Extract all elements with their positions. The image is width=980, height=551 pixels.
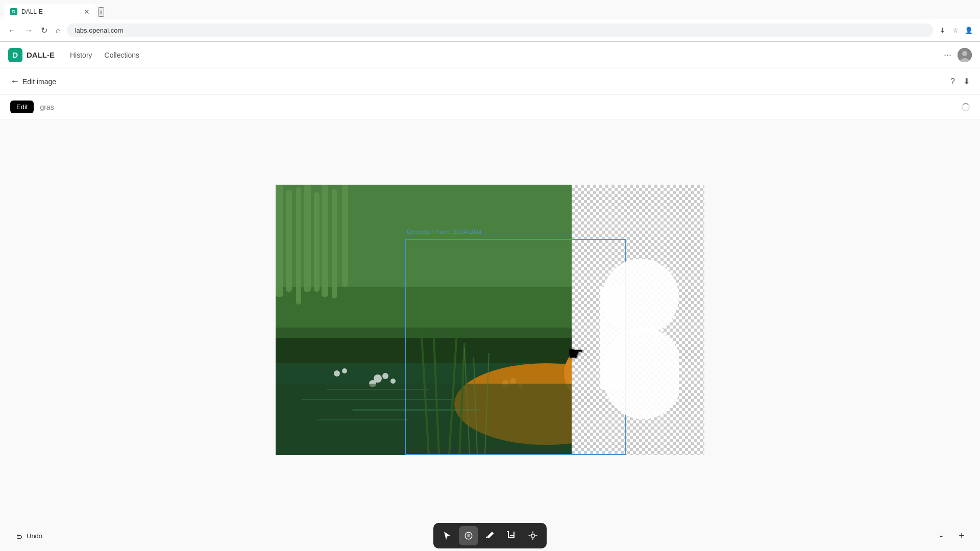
svg-rect-12: [314, 192, 320, 292]
back-arrow-icon: ←: [10, 76, 19, 87]
eraser-tool-button[interactable]: [459, 526, 478, 545]
image-container: Generation frame: 1024x1024 ☛: [276, 185, 704, 455]
svg-rect-14: [332, 189, 337, 298]
outpaint-icon: [528, 531, 538, 541]
home-button[interactable]: ⌂: [54, 24, 63, 37]
page-content: ← Edit image ? ⬇ Edit: [0, 68, 980, 551]
select-icon: [442, 531, 452, 541]
help-icon[interactable]: ?: [950, 77, 955, 86]
forward-button[interactable]: →: [22, 24, 35, 37]
svg-rect-62: [600, 287, 625, 389]
close-tab-button[interactable]: ✕: [84, 8, 90, 16]
browser-actions: ⬇ ☆ 👤: [937, 26, 974, 36]
undo-label: Undo: [27, 532, 42, 540]
edit-title: Edit image: [22, 78, 56, 86]
browser-chrome: D DALL-E ✕ + ← → ↻ ⌂ ⬇ ☆ 👤: [0, 0, 980, 42]
crop-tool-button[interactable]: [502, 526, 521, 545]
crop-icon: [506, 531, 517, 541]
tab-title: DALL-E: [21, 8, 80, 15]
svg-rect-11: [304, 185, 311, 292]
undo-icon: [15, 532, 23, 540]
zoom-group: - +: [933, 528, 970, 544]
undo-button[interactable]: Undo: [10, 529, 47, 543]
svg-rect-15: [342, 185, 348, 287]
svg-rect-49: [316, 419, 408, 420]
nav-links: History Collections: [65, 48, 144, 62]
erased-region: [590, 246, 679, 430]
logo-text: DALL-E: [27, 51, 55, 59]
bottom-toolbar: Undo: [0, 520, 980, 551]
tool-group: [433, 523, 547, 548]
svg-rect-47: [301, 399, 454, 400]
loading-spinner: [962, 103, 970, 111]
svg-point-32: [334, 370, 340, 377]
address-bar: ← → ↻ ⌂ ⬇ ☆ 👤: [0, 19, 980, 42]
svg-rect-13: [322, 185, 328, 297]
prompt-input[interactable]: [40, 103, 955, 111]
nav-history[interactable]: History: [65, 48, 97, 62]
zoom-in-button[interactable]: +: [953, 528, 970, 544]
nav-collections[interactable]: Collections: [100, 48, 144, 62]
tab-bar: D DALL-E ✕ +: [0, 0, 980, 19]
svg-point-26: [382, 373, 388, 379]
brush-icon: [485, 531, 495, 541]
bookmark-icon[interactable]: ☆: [950, 26, 961, 36]
profile-icon[interactable]: 👤: [964, 26, 974, 36]
select-tool-button[interactable]: [437, 526, 457, 545]
extensions-icon[interactable]: ⬇: [937, 26, 947, 36]
user-avatar[interactable]: [958, 48, 972, 62]
toolbar-right: ? ⬇: [950, 77, 970, 86]
active-tab[interactable]: D DALL-E ✕: [4, 4, 96, 19]
back-button[interactable]: ←: [6, 24, 18, 37]
svg-point-33: [342, 368, 347, 373]
app-header: D DALL-E History Collections ···: [0, 42, 980, 68]
eraser-icon: [463, 531, 474, 541]
svg-rect-10: [296, 187, 301, 305]
reload-button[interactable]: ↻: [39, 23, 50, 37]
canvas-area[interactable]: Generation frame: 1024x1024 ☛: [0, 119, 980, 520]
logo-icon: D: [8, 48, 22, 62]
prompt-bar: Edit: [0, 95, 980, 119]
url-field[interactable]: [67, 23, 933, 37]
svg-point-1: [962, 51, 967, 56]
undo-group: Undo: [10, 529, 47, 543]
header-right: ···: [944, 48, 972, 62]
tab-favicon: D: [10, 8, 17, 15]
edit-toolbar: ← Edit image ? ⬇: [0, 68, 980, 95]
app-logo: D DALL-E: [8, 48, 55, 62]
zoom-out-button[interactable]: -: [933, 528, 949, 544]
new-tab-button[interactable]: +: [98, 7, 104, 17]
svg-rect-8: [276, 185, 283, 297]
outpaint-tool-button[interactable]: [523, 526, 543, 545]
svg-point-28: [390, 379, 396, 384]
svg-rect-63: [531, 534, 534, 537]
edit-mode-button[interactable]: Edit: [10, 101, 34, 113]
svg-rect-46: [327, 389, 429, 390]
back-button[interactable]: ← Edit image: [10, 76, 56, 87]
brush-tool-button[interactable]: [480, 526, 500, 545]
download-icon[interactable]: ⬇: [963, 77, 970, 86]
more-button[interactable]: ···: [944, 49, 951, 60]
svg-rect-9: [286, 190, 292, 292]
